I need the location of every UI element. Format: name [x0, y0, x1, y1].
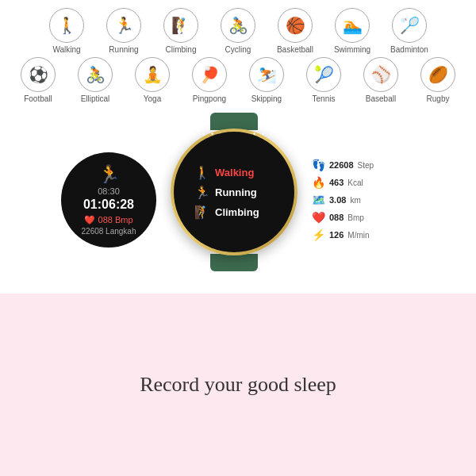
yoga-icon: 🧘	[135, 57, 170, 92]
skipping-label: Skipping	[251, 94, 282, 103]
watch-section: 🏃 08:30 01:06:28 ❤️ 088 Bmp 22608 Langka…	[0, 106, 476, 294]
activity-item-walking: 🚶 Walking	[38, 8, 95, 54]
stats-steps: 22608 Langkah	[82, 227, 136, 236]
activity-item-yoga: 🧘 Yoga	[124, 57, 181, 103]
watch-body: 🚶Walking🏃Running🧗Climbing	[171, 129, 298, 255]
activity-item-cycling: 🚴 Cycling	[209, 8, 267, 54]
activity-row-1: 🚶 Walking 🏃 Running 🧗 Climbing 🚴 Cycling…	[8, 8, 468, 54]
walking-label: Walking	[52, 45, 80, 54]
tennis-icon: 🎾	[306, 57, 341, 92]
basketball-label: Basketball	[277, 45, 313, 54]
activity-section: 🚶 Walking 🏃 Running 🧗 Climbing 🚴 Cycling…	[0, 0, 476, 106]
treadmill-icon: 🏃	[98, 164, 120, 185]
walking-menu-label: Walking	[215, 167, 254, 178]
activity-item-running: 🏃 Running	[95, 8, 152, 54]
rugby-icon: 🏉	[420, 57, 455, 92]
watch-menu-item-walking[interactable]: 🚶Walking	[194, 165, 282, 180]
stat-icon-2: 🗺️	[312, 194, 325, 206]
watch-menu-item-running[interactable]: 🏃Running	[194, 185, 282, 200]
sleep-text: Record your good sleep	[140, 373, 336, 397]
tennis-label: Tennis	[313, 94, 336, 103]
activity-item-swimming: 🏊 Swimming	[324, 8, 381, 54]
pingpong-label: Pingpong	[193, 94, 226, 103]
rugby-label: Rugby	[427, 94, 450, 103]
stat-icon-3: ❤️	[312, 211, 325, 224]
stat-unit-4: M/min	[347, 231, 369, 240]
badminton-label: Badminton	[390, 45, 428, 54]
football-icon: ⚽	[21, 57, 56, 92]
baseball-label: Baseball	[366, 94, 396, 103]
stat-value-3: 088	[329, 213, 344, 222]
stat-unit-2: km	[350, 196, 360, 205]
elliptical-icon: 🚴	[78, 57, 113, 92]
activity-item-elliptical: 🚴 Elliptical	[67, 57, 124, 103]
climbing-label: Climbing	[166, 45, 197, 54]
activity-item-baseball: ⚾ Baseball	[352, 57, 409, 103]
football-label: Football	[24, 94, 52, 103]
activity-row-2: ⚽ Football 🚴 Elliptical 🧘 Yoga 🏓 Pingpon…	[8, 57, 468, 103]
swimming-label: Swimming	[334, 45, 370, 54]
watch-screen: 🚶Walking🏃Running🧗Climbing	[178, 136, 290, 248]
stat-row-4: ⚡ 126 M/min	[312, 228, 415, 241]
stat-row-0: 👣 22608 Step	[312, 159, 415, 171]
activity-item-skipping: ⛷️ Skipping	[238, 57, 295, 103]
stat-value-0: 22608	[329, 160, 354, 170]
watch-menu-item-climbing[interactable]: 🧗Climbing	[194, 205, 282, 220]
watch-band-top	[210, 113, 258, 130]
stat-row-2: 🗺️ 3.08 km	[312, 194, 415, 206]
stat-icon-0: 👣	[312, 159, 325, 171]
activity-item-basketball: 🏀 Basketball	[267, 8, 324, 54]
activity-item-badminton: 🏸 Badminton	[381, 8, 438, 54]
cycling-icon: 🚴	[221, 8, 255, 43]
sleep-section: Record your good sleep	[0, 294, 476, 476]
running-menu-icon: 🏃	[194, 185, 210, 200]
running-icon: 🏃	[106, 8, 141, 43]
stats-left-panel: 🏃 08:30 01:06:28 ❤️ 088 Bmp 22608 Langka…	[61, 152, 156, 248]
stats-time-small: 08:30	[98, 186, 120, 196]
climbing-icon: 🧗	[163, 8, 198, 43]
walking-menu-icon: 🚶	[194, 165, 210, 180]
watch-bezel: 🚶Walking🏃Running🧗Climbing	[174, 132, 294, 252]
stat-value-4: 126	[329, 230, 344, 240]
stat-row-1: 🔥 463 Kcal	[312, 176, 415, 189]
activity-item-climbing: 🧗 Climbing	[152, 8, 209, 54]
cycling-label: Cycling	[225, 45, 251, 54]
stat-value-2: 3.08	[329, 195, 346, 205]
climbing-menu-icon: 🧗	[194, 205, 210, 220]
stat-unit-3: Bmp	[347, 213, 364, 222]
climbing-menu-label: Climbing	[215, 206, 259, 218]
walking-icon: 🚶	[49, 8, 84, 43]
stat-icon-4: ⚡	[312, 228, 325, 241]
page: 🚶 Walking 🏃 Running 🧗 Climbing 🚴 Cycling…	[0, 0, 476, 476]
activity-item-rugby: 🏉 Rugby	[409, 57, 466, 103]
baseball-icon: ⚾	[363, 57, 398, 92]
skipping-icon: ⛷️	[249, 57, 284, 92]
stats-time-big: 01:06:28	[83, 198, 134, 212]
stats-right-panel: 👣 22608 Step 🔥 463 Kcal 🗺️ 3.08 km ❤️ 08…	[312, 159, 415, 241]
elliptical-label: Elliptical	[81, 94, 110, 103]
activity-item-football: ⚽ Football	[10, 57, 67, 103]
stat-unit-1: Kcal	[347, 178, 363, 187]
swimming-icon: 🏊	[335, 8, 370, 43]
activity-item-pingpong: 🏓 Pingpong	[181, 57, 238, 103]
basketball-icon: 🏀	[278, 8, 313, 43]
activity-item-tennis: 🎾 Tennis	[295, 57, 352, 103]
watch-main: 🚶Walking🏃Running🧗Climbing	[163, 113, 305, 287]
running-label: Running	[109, 45, 138, 54]
watch-band-bottom	[210, 254, 258, 271]
stat-value-1: 463	[329, 178, 344, 187]
stat-icon-1: 🔥	[312, 176, 325, 189]
badminton-icon: 🏸	[392, 8, 427, 43]
stat-row-3: ❤️ 088 Bmp	[312, 211, 415, 224]
stats-heart: ❤️ 088 Bmp	[84, 215, 132, 225]
yoga-label: Yoga	[144, 94, 161, 103]
pingpong-icon: 🏓	[192, 57, 227, 92]
stat-unit-0: Step	[358, 161, 374, 170]
running-menu-label: Running	[215, 186, 257, 198]
